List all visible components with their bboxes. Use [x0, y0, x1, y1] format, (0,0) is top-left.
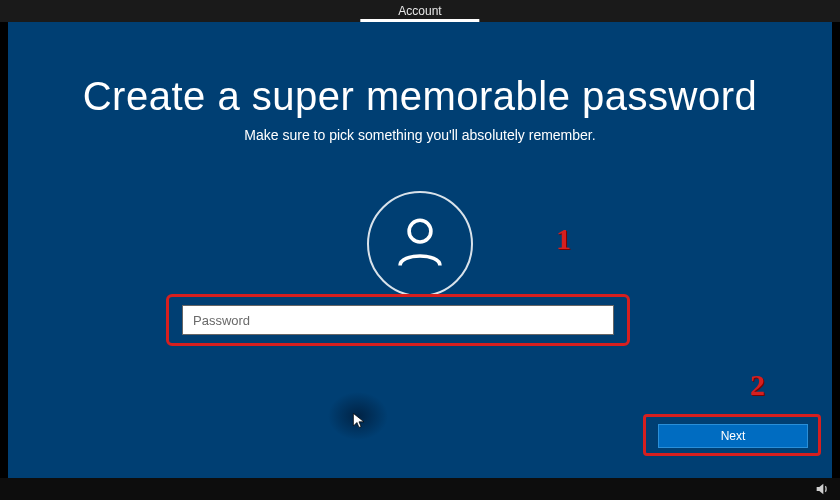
next-button[interactable]: Next — [658, 424, 808, 448]
avatar-circle — [367, 191, 473, 297]
annotation-label-2: 2 — [750, 368, 765, 402]
setup-screen: Create a super memorable password Make s… — [8, 22, 832, 478]
password-input[interactable] — [182, 305, 614, 335]
volume-icon[interactable] — [814, 481, 830, 497]
page-subtitle: Make sure to pick something you'll absol… — [8, 127, 832, 143]
tab-account[interactable]: Account — [360, 0, 479, 22]
page-title: Create a super memorable password — [8, 74, 832, 119]
svg-point-0 — [409, 220, 431, 242]
bottom-bar — [0, 478, 840, 500]
annotation-label-1: 1 — [556, 222, 571, 256]
top-bar: Account — [0, 0, 840, 22]
cursor-icon — [352, 412, 366, 430]
user-icon — [391, 213, 449, 275]
